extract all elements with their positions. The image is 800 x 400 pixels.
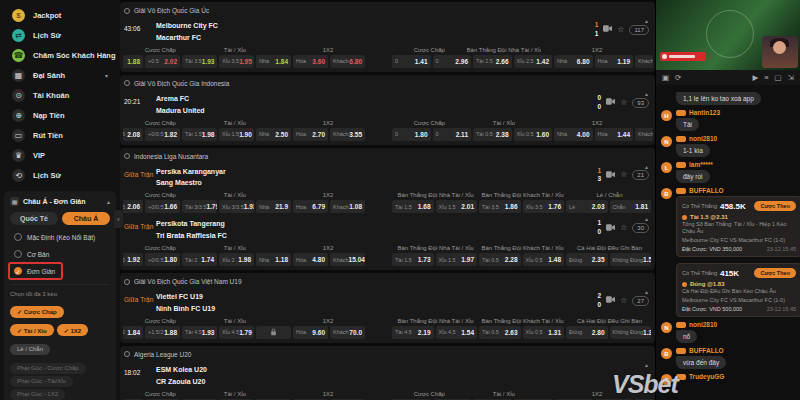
filter-tab[interactable]: Châu Á (62, 212, 110, 225)
odds-cell[interactable]: Tài 0.52.28 (479, 253, 521, 266)
odds-cell[interactable]: Tài 3.51.86 (479, 200, 521, 213)
bet-type-pill[interactable]: ✓ Tài / Xỉu (10, 324, 54, 336)
odds-cell[interactable]: Khách70.0 (330, 326, 365, 339)
bet-type-pill[interactable]: Phạt Góc - Tài/Xỉu (10, 376, 73, 387)
sidebar-item[interactable]: ▦Đại Sảnh▾ (0, 65, 120, 85)
display-mode-option[interactable]: Mặc Định (Kèo Nổi Bật) (12, 232, 97, 242)
odds-cell[interactable]: -0/0.52.06 (123, 200, 143, 213)
odds-cell[interactable]: 01.80 (392, 128, 431, 141)
odds-cell[interactable]: Xỉu 4.51.54 (436, 326, 478, 339)
odds-cell[interactable]: Nhà1.84 (256, 55, 291, 68)
favorite-star-icon[interactable]: ☆ (620, 171, 627, 179)
display-mode-option[interactable]: ✓Đơn Giản (12, 266, 57, 276)
stream-button[interactable] (606, 224, 615, 233)
follow-bet-button[interactable]: Cược Theo (754, 268, 796, 278)
bet-type-pill[interactable]: ✓ 1X2 (57, 324, 88, 336)
odds-cell[interactable]: Xỉu 4.51.79 (219, 326, 254, 339)
sidebar-item[interactable]: ♛VIP (0, 145, 120, 165)
odds-cell[interactable]: Tài 1.51.68 (392, 200, 434, 213)
play-icon[interactable]: ▶ (752, 74, 758, 82)
display-mode-option[interactable]: Cơ Bản (12, 249, 51, 259)
odds-cell[interactable]: Xỉu 1.52.01 (436, 200, 478, 213)
odds-cell[interactable]: Tài 3.51.93 (182, 55, 217, 68)
odds-cell[interactable]: +0.52.02 (145, 55, 180, 68)
odds-cell[interactable]: Nhà4.00 (554, 128, 593, 141)
stream-button[interactable] (606, 98, 615, 107)
sidebar-item[interactable]: ▭Rút Tiền (0, 125, 120, 145)
favorite-star-icon[interactable]: ☆ (617, 26, 624, 34)
stream-button[interactable] (603, 25, 612, 34)
odds-cell[interactable]: Lẻ2.03 (566, 200, 608, 213)
odds-cell[interactable]: -0/0.51.92 (123, 253, 143, 266)
stream-button[interactable] (606, 171, 615, 180)
collapse-chevron-icon[interactable]: ▴ (645, 215, 648, 222)
collapse-chevron-icon[interactable]: ▴ (645, 288, 648, 295)
odds-cell[interactable]: Xỉu 2.51.42 (514, 55, 553, 68)
odds-cell[interactable]: +0/0.51.82 (145, 128, 180, 141)
odds-cell[interactable]: Nhà2.50 (256, 128, 291, 141)
favorite-star-icon[interactable]: ☆ (620, 224, 627, 232)
league-header[interactable]: Indonesia Liga Nusantara (120, 150, 655, 161)
follow-bet-button[interactable]: Cược Theo (754, 201, 796, 211)
odds-cell[interactable]: Tài 1.51.98 (182, 128, 217, 141)
sidebar-item[interactable]: ⊕Nạp Tiền (0, 105, 120, 125)
odds-cell[interactable]: Xỉu 21.98 (219, 253, 254, 266)
odds-cell[interactable]: Nhà6.80 (554, 55, 593, 68)
odds-cell[interactable]: Hòa3.60 (293, 55, 328, 68)
favorite-star-icon[interactable]: ☆ (620, 99, 627, 107)
odds-cell[interactable]: Đúng2.80 (566, 326, 608, 339)
sidebar-item[interactable]: ☎Chăm Sóc Khách Hàng (0, 45, 120, 65)
odds-cell[interactable]: -0/0.52.08 (123, 128, 143, 141)
odds-cell[interactable]: Khách (635, 128, 653, 141)
bet-type-pill[interactable]: Phạt Góc - Cược Chấp (10, 363, 86, 374)
odds-cell[interactable]: Khách15.04 (330, 253, 365, 266)
odds-cell[interactable]: 01.41 (392, 55, 431, 68)
camera-icon[interactable]: ▣ (662, 74, 669, 82)
odds-cell[interactable]: Tài 1.51.73 (392, 253, 434, 266)
league-header[interactable]: Giải Vô Địch Quốc Gia Indonesia (120, 77, 655, 88)
odds-cell[interactable]: -1.5/21.84 (123, 326, 143, 339)
sidebar-collapse-handle[interactable]: ‹ (114, 210, 123, 228)
odds-cell[interactable]: Tài 4.52.19 (392, 326, 434, 339)
collapse-chevron-icon[interactable]: ▴ (645, 17, 648, 24)
odds-cell[interactable]: 02.96 (433, 55, 472, 68)
odds-cell[interactable]: Hòa1.44 (595, 128, 634, 141)
odds-cell[interactable]: Khách3.55 (330, 128, 365, 141)
odds-cell[interactable]: Nhà21.9 (256, 200, 291, 213)
odds-cell[interactable]: 02.11 (433, 128, 472, 141)
odds-cell[interactable]: Xỉu 1.51.90 (219, 128, 254, 141)
odds-cell[interactable]: Hòa2.70 (293, 128, 328, 141)
odds-cell[interactable]: Hòa9.60 (293, 326, 328, 339)
collapse-chevron-icon[interactable]: ▴ (645, 361, 648, 368)
bet-type-pill[interactable]: ✓ Cược Chấp (10, 306, 64, 318)
collapse-chevron-icon[interactable]: ▴ (645, 90, 648, 97)
collapse-chevron-icon[interactable]: ▴ (645, 163, 648, 170)
odds-cell[interactable]: Hòa1.19 (595, 55, 634, 68)
live-video-player[interactable] (656, 0, 800, 70)
odds-cell[interactable]: Tài 2.52.66 (473, 55, 512, 68)
quality-icon[interactable]: ≡ (764, 74, 768, 82)
odds-cell[interactable]: Chẵn1.81 (610, 200, 652, 213)
odds-cell[interactable]: Tài 0.52.63 (479, 326, 521, 339)
odds-cell[interactable]: Hòa4.80 (293, 253, 328, 266)
odds-cell[interactable]: Tài 21.74 (182, 253, 217, 266)
odds-cell[interactable]: Xỉu 0.51.60 (514, 128, 553, 141)
odds-cell[interactable]: Tài 0.52.38 (473, 128, 512, 141)
odds-cell[interactable]: +0/0.51.66 (145, 200, 180, 213)
odds-cell[interactable]: +0/0.51.80 (145, 253, 180, 266)
favorite-star-icon[interactable]: ☆ (620, 297, 627, 305)
odds-cell[interactable]: Đúng2.35 (566, 253, 608, 266)
odds-cell[interactable]: Không Đúng1.36 (610, 326, 652, 339)
filter-tab[interactable]: Quốc Tế (10, 212, 58, 225)
fullscreen-icon[interactable]: ⇲ (788, 74, 794, 82)
odds-cell[interactable]: -0.51.88 (123, 55, 143, 68)
stream-button[interactable] (606, 296, 615, 305)
odds-cell[interactable]: Hòa6.79 (293, 200, 328, 213)
odds-cell[interactable]: Xỉu 0.51.31 (523, 326, 565, 339)
odds-cell[interactable]: Nhà1.18 (256, 253, 291, 266)
odds-cell[interactable]: Xỉu 0.51.48 (523, 253, 565, 266)
odds-cell[interactable]: Không Đúng1.50 (610, 253, 652, 266)
sidebar-item[interactable]: ⇄Lịch Sử (0, 25, 120, 45)
league-header[interactable]: Giải Vô Địch Quốc Gia Úc (120, 4, 655, 15)
pip-icon[interactable]: ▢ (775, 74, 782, 82)
